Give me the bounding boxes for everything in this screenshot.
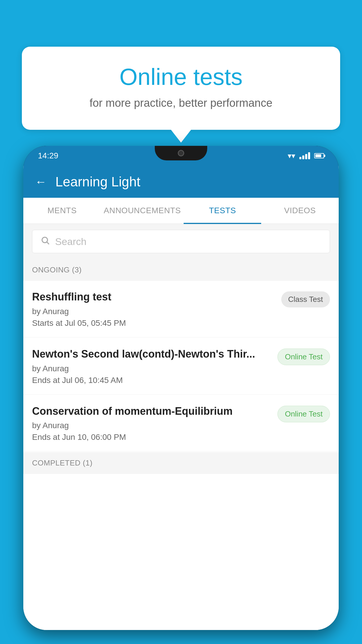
status-icons: ▾▾ [288, 151, 324, 160]
front-camera [178, 150, 184, 156]
test-by: by Anurag [32, 421, 272, 430]
test-badge-online: Online Test [277, 406, 330, 422]
tab-announcements[interactable]: ANNOUNCEMENTS [101, 198, 184, 223]
test-title: Newton's Second law(contd)-Newton's Thir… [32, 347, 272, 361]
app-header: ← Learning Light [23, 166, 339, 198]
test-list: Reshuffling test by Anurag Starts at Jul… [23, 281, 339, 630]
search-icon [41, 235, 50, 248]
test-by: by Anurag [32, 364, 272, 373]
test-badge-class: Class Test [281, 291, 330, 307]
test-time: Ends at Jun 10, 06:00 PM [32, 433, 272, 442]
tab-tests[interactable]: TESTS [184, 198, 261, 223]
ongoing-section-header: ONGOING (3) [23, 259, 339, 281]
test-info: Conservation of momentum-Equilibrium by … [32, 405, 277, 442]
completed-section-header: COMPLETED (1) [23, 452, 339, 474]
phone-frame: 14:29 ▾▾ ← Learning Light [23, 146, 339, 630]
bubble-subtitle: for more practice, better performance [45, 97, 317, 109]
test-time: Starts at Jul 05, 05:45 PM [32, 318, 275, 328]
tab-videos[interactable]: VIDEOS [261, 198, 339, 223]
status-time: 14:29 [38, 151, 58, 160]
test-info: Newton's Second law(contd)-Newton's Thir… [32, 347, 277, 385]
search-bar[interactable]: Search [32, 230, 330, 253]
search-container: Search [23, 224, 339, 259]
test-time: Ends at Jul 06, 10:45 AM [32, 376, 272, 385]
back-button[interactable]: ← [35, 175, 47, 188]
signal-icon [299, 152, 310, 159]
test-title: Reshuffling test [32, 290, 275, 304]
tab-bar: MENTS ANNOUNCEMENTS TESTS VIDEOS [23, 198, 339, 224]
test-info: Reshuffling test by Anurag Starts at Jul… [32, 290, 281, 328]
search-placeholder: Search [55, 236, 87, 247]
tab-ments[interactable]: MENTS [23, 198, 101, 223]
status-bar: 14:29 ▾▾ [23, 146, 339, 166]
test-item[interactable]: Conservation of momentum-Equilibrium by … [23, 395, 339, 452]
test-item[interactable]: Newton's Second law(contd)-Newton's Thir… [23, 338, 339, 395]
phone-screen: ← Learning Light MENTS ANNOUNCEMENTS TES… [23, 166, 339, 630]
phone-notch [155, 146, 207, 160]
test-item[interactable]: Reshuffling test by Anurag Starts at Jul… [23, 281, 339, 337]
speech-bubble: Online tests for more practice, better p… [22, 47, 340, 130]
svg-line-1 [47, 242, 49, 244]
test-title: Conservation of momentum-Equilibrium [32, 405, 272, 418]
wifi-icon: ▾▾ [288, 151, 295, 160]
test-badge-online: Online Test [277, 349, 330, 365]
svg-point-0 [42, 237, 48, 243]
app-title: Learning Light [55, 174, 140, 190]
battery-icon [314, 153, 324, 158]
bubble-title: Online tests [45, 64, 317, 90]
test-by: by Anurag [32, 307, 275, 316]
